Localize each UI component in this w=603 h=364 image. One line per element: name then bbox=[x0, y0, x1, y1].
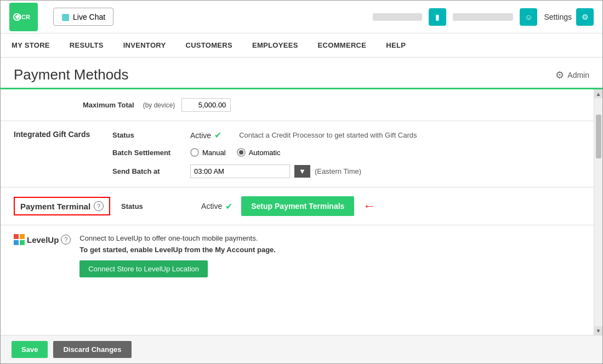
levelup-section: LevelUp ? Connect to LevelUp to offer on… bbox=[1, 225, 594, 286]
pt-status-label: Status bbox=[121, 202, 192, 211]
scroll-up-arrow[interactable]: ▲ bbox=[594, 89, 603, 98]
max-total-input[interactable] bbox=[181, 98, 231, 112]
levelup-brand-label: LevelUp bbox=[27, 235, 59, 244]
header: NCR ▦ Live Chat ▮ ☺ Settings ⚙ bbox=[1, 1, 602, 33]
automatic-radio-inner bbox=[239, 150, 243, 155]
scrollbar-thumb[interactable] bbox=[596, 115, 601, 158]
send-batch-row: Send Batch at ▼ (Eastern Time) bbox=[112, 164, 581, 178]
page-content: Payment Methods ⚙ Admin Maximum Total (b… bbox=[1, 58, 602, 363]
sq-red bbox=[14, 234, 19, 239]
time-select-area: ▼ (Eastern Time) bbox=[190, 164, 361, 178]
admin-area: ⚙ Admin bbox=[555, 69, 589, 81]
sq-yellow bbox=[20, 234, 25, 239]
gift-cards-status-row: Status Active ✔ Contact a Credit Process… bbox=[112, 130, 581, 140]
page-header: Payment Methods ⚙ Admin bbox=[1, 58, 602, 88]
automatic-radio[interactable]: Automatic bbox=[237, 148, 281, 157]
discard-changes-button[interactable]: Discard Changes bbox=[53, 341, 131, 358]
timezone-label: (Eastern Time) bbox=[315, 167, 361, 175]
batch-settlement-row: Batch Settlement Manual bbox=[112, 148, 581, 157]
user-icon[interactable]: ☺ bbox=[520, 8, 537, 26]
check-icon: ✔ bbox=[214, 130, 221, 140]
pt-check-icon: ✔ bbox=[225, 201, 232, 212]
levelup-squares-icon bbox=[14, 234, 25, 245]
nav-my-store[interactable]: MY STORE bbox=[12, 35, 50, 56]
footer: Save Discard Changes bbox=[1, 335, 602, 363]
batch-settlement-label: Batch Settlement bbox=[112, 149, 184, 157]
status-active: Active ✔ bbox=[190, 130, 221, 140]
pt-status-value: Active bbox=[201, 202, 222, 211]
levelup-desc2: To get started, enable LevelUp from the … bbox=[79, 246, 581, 254]
time-dropdown-btn[interactable]: ▼ bbox=[294, 165, 310, 178]
levelup-help-icon[interactable]: ? bbox=[61, 235, 71, 244]
pt-fields: Status Active ✔ Setup Payment Terminals … bbox=[121, 196, 581, 216]
admin-gear-icon: ⚙ bbox=[555, 69, 564, 81]
nav-customers[interactable]: CUSTOMERS bbox=[185, 35, 232, 56]
manual-label: Manual bbox=[202, 149, 226, 157]
page-title: Payment Methods bbox=[14, 66, 129, 83]
setup-payment-terminals-button[interactable]: Setup Payment Terminals bbox=[241, 196, 354, 216]
chat-icon: ▦ bbox=[61, 12, 70, 22]
batch-settlement-radio-group: Manual Automatic bbox=[190, 148, 280, 157]
sq-green bbox=[20, 240, 25, 245]
scrollbar[interactable]: ▲ ▼ bbox=[594, 89, 602, 335]
time-input[interactable] bbox=[190, 164, 290, 178]
store-icon[interactable]: ▮ bbox=[429, 8, 446, 26]
ncr-logo: NCR bbox=[9, 3, 38, 31]
payment-terminal-section: Payment Terminal ? Status Active ✔ Setup… bbox=[1, 187, 594, 225]
connect-levelup-button[interactable]: Connect Store to LevelUp Location bbox=[79, 260, 208, 277]
integrated-gift-cards-section: Integrated Gift Cards Status Active ✔ Co… bbox=[1, 121, 594, 187]
save-button[interactable]: Save bbox=[12, 341, 48, 358]
send-batch-label: Send Batch at bbox=[112, 167, 184, 175]
nav-results[interactable]: RESULTS bbox=[70, 35, 104, 56]
manual-radio[interactable]: Manual bbox=[190, 148, 226, 157]
main-content: Maximum Total (by device) Integrated Gif… bbox=[1, 89, 594, 335]
levelup-desc1: Connect to LevelUp to offer one-touch mo… bbox=[79, 234, 581, 242]
svg-point-3 bbox=[15, 15, 19, 19]
blurred-store-name bbox=[453, 13, 513, 21]
automatic-label: Automatic bbox=[249, 149, 281, 157]
gift-cards-label: Integrated Gift Cards bbox=[14, 130, 101, 139]
pt-status-active: Active ✔ bbox=[201, 201, 232, 212]
max-total-sublabel: (by device) bbox=[143, 101, 175, 109]
levelup-logo-area: LevelUp ? bbox=[14, 234, 71, 245]
gift-card-note: Contact a Credit Processor to get starte… bbox=[239, 131, 417, 139]
max-total-section: Maximum Total (by device) bbox=[1, 89, 594, 121]
max-total-label: Maximum Total bbox=[83, 101, 134, 109]
payment-terminal-help-icon[interactable]: ? bbox=[94, 201, 104, 211]
nav-help[interactable]: HELP bbox=[386, 35, 406, 56]
live-chat-label: Live Chat bbox=[73, 13, 105, 21]
arrow-icon: ← bbox=[363, 199, 375, 213]
scroll-down-arrow[interactable]: ▼ bbox=[594, 326, 603, 335]
blurred-account bbox=[373, 13, 422, 21]
settings-area: Settings ⚙ bbox=[544, 8, 594, 26]
live-chat-button[interactable]: ▦ Live Chat bbox=[53, 8, 113, 26]
payment-terminal-label-box: Payment Terminal ? bbox=[14, 197, 110, 215]
payment-terminal-label: Payment Terminal bbox=[20, 202, 90, 211]
nav-employees[interactable]: EMPLOYEES bbox=[252, 35, 298, 56]
status-value: Active bbox=[190, 131, 211, 140]
sq-blue bbox=[14, 240, 19, 245]
nav-inventory[interactable]: INVENTORY bbox=[123, 35, 166, 56]
gift-cards-fields: Status Active ✔ Contact a Credit Process… bbox=[112, 130, 581, 178]
automatic-radio-outer bbox=[237, 148, 246, 157]
status-field-label: Status bbox=[112, 131, 184, 139]
nav-ecommerce[interactable]: ECOMMERCE bbox=[318, 35, 367, 56]
settings-label: Settings bbox=[544, 13, 572, 21]
main-nav: MY STORE RESULTS INVENTORY CUSTOMERS EMP… bbox=[1, 33, 602, 58]
levelup-content: Connect to LevelUp to offer one-touch mo… bbox=[79, 234, 581, 277]
content-area: Maximum Total (by device) Integrated Gif… bbox=[1, 89, 602, 335]
manual-radio-outer bbox=[190, 148, 199, 157]
admin-label: Admin bbox=[567, 71, 589, 79]
scrollbar-track[interactable] bbox=[594, 98, 602, 326]
settings-gear-icon[interactable]: ⚙ bbox=[576, 8, 594, 26]
max-total-row: Maximum Total (by device) bbox=[83, 98, 231, 112]
